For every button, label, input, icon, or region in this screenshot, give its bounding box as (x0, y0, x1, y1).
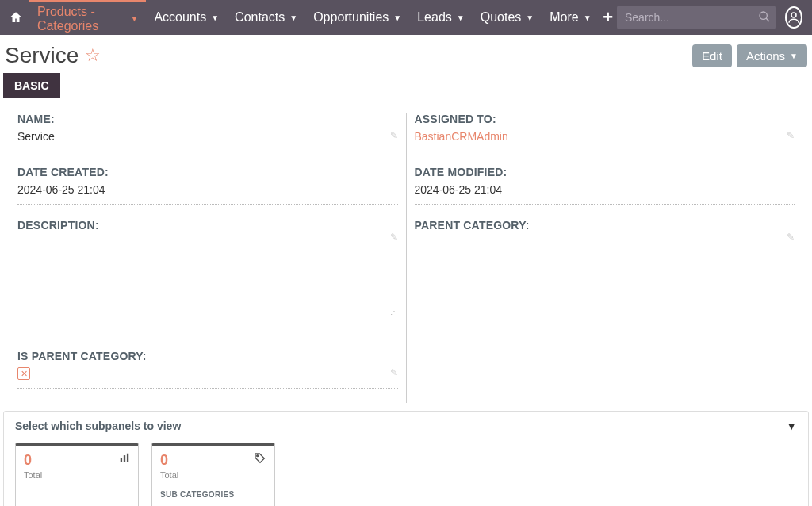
edit-pencil-icon[interactable]: ✎ (787, 232, 795, 243)
nav-products-categories[interactable]: Products - Categories ▼ (29, 0, 147, 35)
search-container (617, 6, 776, 29)
navbar: Products - Categories ▼ Accounts ▼ Conta… (0, 0, 812, 35)
quick-create-button[interactable]: + (599, 7, 617, 28)
svg-rect-5 (127, 454, 128, 462)
resize-handle-icon[interactable]: ⋰ (390, 307, 398, 316)
nav-more[interactable]: More ▼ (542, 0, 599, 35)
subpanel-section: Select which subpanels to view ▼ 0 Total… (3, 411, 809, 506)
card-name: SUB CATEGORIES (160, 490, 266, 499)
tab-label: BASIC (14, 79, 49, 92)
svg-rect-3 (121, 458, 122, 462)
field-parent-category: PARENT CATEGORY: ✎ (415, 219, 795, 335)
field-value: 2024-06-25 21:04 (17, 183, 398, 196)
edit-pencil-icon[interactable]: ✎ (787, 130, 795, 141)
field-label: ASSIGNED TO: (415, 113, 795, 125)
nav-contacts[interactable]: Contacts ▼ (227, 0, 305, 35)
page-title: Service (5, 43, 79, 68)
chevron-down-icon: ▼ (289, 13, 297, 22)
chevron-down-icon: ▼ (130, 14, 138, 23)
field-is-parent: IS PARENT CATEGORY: ✕ ✎ (17, 350, 398, 389)
description-textarea[interactable]: ✎ ⋰ (17, 232, 398, 327)
subpanel-card-subcategories[interactable]: 0 Total SUB CATEGORIES (151, 443, 275, 506)
field-assigned-to: ASSIGNED TO: BastianCRMAdmin ✎ (415, 113, 795, 151)
tag-icon (254, 452, 266, 467)
unchecked-icon: ✕ (17, 367, 30, 380)
svg-point-0 (760, 12, 767, 19)
edit-pencil-icon[interactable]: ✎ (390, 367, 398, 378)
svg-rect-4 (124, 455, 125, 462)
svg-line-1 (766, 18, 769, 21)
user-avatar[interactable] (785, 6, 802, 29)
edit-pencil-icon[interactable]: ✎ (390, 232, 398, 243)
assigned-user-link[interactable]: BastianCRMAdmin (415, 130, 795, 143)
field-value: 2024-06-25 21:04 (415, 183, 795, 196)
actions-button-label: Actions (746, 49, 785, 63)
detail-left-col: NAME: Service ✎ DATE CREATED: 2024-06-25… (17, 113, 407, 403)
chevron-down-icon: ▼ (790, 52, 798, 60)
field-label: DATE MODIFIED: (415, 166, 795, 178)
edit-pencil-icon[interactable]: ✎ (390, 130, 398, 141)
subpanel-card[interactable]: 0 Total (15, 443, 139, 506)
subpanel-title: Select which subpanels to view (15, 420, 181, 432)
chevron-down-icon: ▼ (526, 13, 534, 22)
subpanel-header: Select which subpanels to view ▼ (15, 420, 797, 432)
parent-category-value: ✎ (415, 232, 795, 327)
chevron-down-icon: ▼ (211, 13, 219, 22)
nav-opportunities[interactable]: Opportunities ▼ (305, 0, 409, 35)
nav-leads[interactable]: Leads ▼ (409, 0, 473, 35)
title-bar: Service ☆ Edit Actions▼ (0, 35, 812, 73)
field-label: DATE CREATED: (17, 166, 398, 178)
subpanel-cards: 0 Total 0 Total SUB CATEGORIES (15, 443, 797, 506)
search-input[interactable] (617, 6, 776, 29)
field-description: DESCRIPTION: ✎ ⋰ (17, 219, 398, 335)
field-name: NAME: Service ✎ (17, 113, 398, 151)
nav-item-label: Leads (417, 10, 452, 25)
detail-panel: NAME: Service ✎ DATE CREATED: 2024-06-25… (0, 98, 812, 411)
card-count: 0 (24, 452, 130, 469)
field-label: DESCRIPTION: (17, 219, 398, 232)
edit-button-label: Edit (702, 49, 722, 63)
nav-item-label: Contacts (235, 10, 285, 25)
favorite-star-icon[interactable]: ☆ (85, 45, 101, 66)
card-total: Total (160, 470, 266, 480)
svg-point-2 (791, 13, 796, 17)
field-label: NAME: (17, 113, 398, 125)
field-label: PARENT CATEGORY: (415, 219, 795, 232)
nav-item-label: More (550, 10, 578, 25)
field-date-created: DATE CREATED: 2024-06-25 21:04 (17, 166, 398, 205)
chevron-down-icon: ▼ (393, 13, 401, 22)
nav-item-label: Quotes (481, 10, 522, 25)
nav-accounts[interactable]: Accounts ▼ (146, 0, 227, 35)
detail-right-col: ASSIGNED TO: BastianCRMAdmin ✎ DATE MODI… (407, 113, 795, 403)
chevron-down-icon: ▼ (584, 13, 592, 22)
nav-quotes[interactable]: Quotes ▼ (473, 0, 542, 35)
subpanel-toggle-icon[interactable]: ▼ (786, 420, 797, 432)
card-total: Total (24, 470, 130, 480)
tab-bar: BASIC (0, 73, 812, 98)
field-label: IS PARENT CATEGORY: (17, 350, 398, 362)
chevron-down-icon: ▼ (457, 13, 465, 22)
edit-button[interactable]: Edit (692, 44, 732, 67)
search-icon[interactable] (758, 10, 771, 25)
bar-chart-icon (119, 452, 130, 466)
tab-basic[interactable]: BASIC (3, 73, 60, 98)
field-value: Service (17, 130, 398, 143)
nav-item-label: Products - Categories (37, 5, 126, 33)
actions-button[interactable]: Actions▼ (737, 44, 807, 67)
svg-point-6 (257, 455, 259, 457)
home-icon[interactable] (3, 0, 29, 35)
card-count: 0 (160, 452, 266, 469)
nav-item-label: Accounts (154, 10, 206, 25)
field-date-modified: DATE MODIFIED: 2024-06-25 21:04 (415, 166, 795, 205)
nav-item-label: Opportunities (313, 10, 389, 25)
